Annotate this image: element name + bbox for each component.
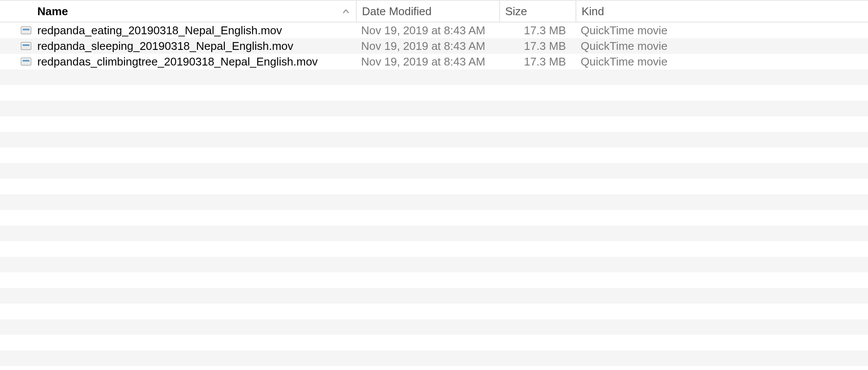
sort-ascending-icon: [342, 7, 350, 15]
empty-row: [0, 179, 868, 194]
file-date-modified: Nov 19, 2019 at 8:43 AM: [356, 39, 499, 53]
empty-row: [0, 319, 868, 335]
file-size: 17.3 MB: [499, 39, 575, 53]
file-name: redpandas_climbingtree_20190318_Nepal_En…: [37, 55, 356, 69]
column-header-date-modified-label: Date Modified: [362, 5, 431, 18]
table-row[interactable]: redpanda_eating_20190318_Nepal_English.m…: [0, 23, 868, 38]
file-kind: QuickTime movie: [575, 39, 868, 53]
empty-row: [0, 163, 868, 179]
empty-row: [0, 116, 868, 132]
file-list-view: Name Date Modified Size Kind redpanda_ea…: [0, 0, 868, 370]
empty-row: [0, 304, 868, 319]
file-size: 17.3 MB: [499, 24, 575, 37]
table-row[interactable]: redpanda_sleeping_20190318_Nepal_English…: [0, 38, 868, 54]
column-header-size[interactable]: Size: [499, 1, 575, 22]
file-date-modified: Nov 19, 2019 at 8:43 AM: [356, 24, 499, 37]
empty-row: [0, 241, 868, 257]
file-name: redpanda_sleeping_20190318_Nepal_English…: [37, 39, 356, 53]
movie-file-icon: [21, 58, 37, 65]
file-kind: QuickTime movie: [575, 55, 868, 69]
file-rows: redpanda_eating_20190318_Nepal_English.m…: [0, 23, 868, 370]
file-name: redpanda_eating_20190318_Nepal_English.m…: [37, 24, 356, 37]
empty-row: [0, 350, 868, 366]
file-kind: QuickTime movie: [575, 24, 868, 37]
empty-row: [0, 132, 868, 147]
empty-row: [0, 226, 868, 241]
empty-row: [0, 194, 868, 210]
empty-row: [0, 69, 868, 85]
column-header-row: Name Date Modified Size Kind: [0, 0, 868, 23]
movie-file-icon: [21, 42, 37, 50]
empty-row: [0, 257, 868, 272]
empty-row: [0, 101, 868, 116]
movie-file-icon: [21, 26, 37, 34]
empty-row: [0, 147, 868, 163]
file-size: 17.3 MB: [499, 55, 575, 69]
empty-row: [0, 272, 868, 288]
column-header-name[interactable]: Name: [37, 5, 356, 18]
column-header-kind-label: Kind: [582, 5, 604, 18]
column-header-kind[interactable]: Kind: [575, 1, 868, 22]
table-row[interactable]: redpandas_climbingtree_20190318_Nepal_En…: [0, 54, 868, 69]
column-header-size-label: Size: [505, 5, 527, 18]
file-date-modified: Nov 19, 2019 at 8:43 AM: [356, 55, 499, 69]
column-header-date-modified[interactable]: Date Modified: [356, 1, 499, 22]
empty-row: [0, 210, 868, 226]
empty-row: [0, 85, 868, 101]
empty-row: [0, 335, 868, 350]
empty-row: [0, 288, 868, 304]
column-header-name-label: Name: [37, 5, 68, 18]
